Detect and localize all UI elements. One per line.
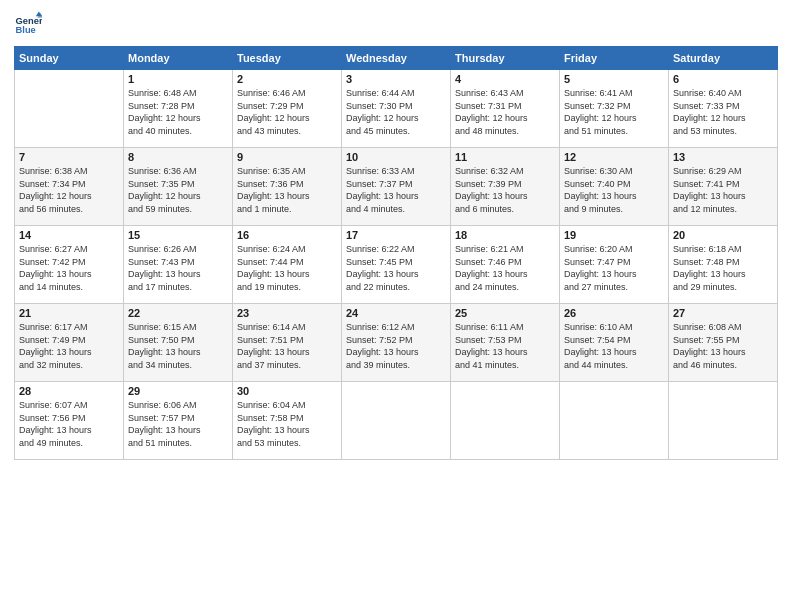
day-number: 17 bbox=[346, 229, 446, 241]
calendar-cell: 23Sunrise: 6:14 AM Sunset: 7:51 PM Dayli… bbox=[233, 304, 342, 382]
cell-content: 5Sunrise: 6:41 AM Sunset: 7:32 PM Daylig… bbox=[564, 73, 664, 137]
cell-content: 27Sunrise: 6:08 AM Sunset: 7:55 PM Dayli… bbox=[673, 307, 773, 371]
col-header-tuesday: Tuesday bbox=[233, 47, 342, 70]
calendar-cell bbox=[451, 382, 560, 460]
cell-content: 14Sunrise: 6:27 AM Sunset: 7:42 PM Dayli… bbox=[19, 229, 119, 293]
cell-content: 26Sunrise: 6:10 AM Sunset: 7:54 PM Dayli… bbox=[564, 307, 664, 371]
day-number: 30 bbox=[237, 385, 337, 397]
cell-content: 17Sunrise: 6:22 AM Sunset: 7:45 PM Dayli… bbox=[346, 229, 446, 293]
calendar-cell: 24Sunrise: 6:12 AM Sunset: 7:52 PM Dayli… bbox=[342, 304, 451, 382]
week-row-1: 1Sunrise: 6:48 AM Sunset: 7:28 PM Daylig… bbox=[15, 70, 778, 148]
calendar-cell: 14Sunrise: 6:27 AM Sunset: 7:42 PM Dayli… bbox=[15, 226, 124, 304]
cell-content: 22Sunrise: 6:15 AM Sunset: 7:50 PM Dayli… bbox=[128, 307, 228, 371]
calendar-cell: 4Sunrise: 6:43 AM Sunset: 7:31 PM Daylig… bbox=[451, 70, 560, 148]
col-header-friday: Friday bbox=[560, 47, 669, 70]
day-number: 8 bbox=[128, 151, 228, 163]
page-header: General Blue bbox=[14, 10, 778, 38]
calendar-cell: 18Sunrise: 6:21 AM Sunset: 7:46 PM Dayli… bbox=[451, 226, 560, 304]
cell-info: Sunrise: 6:40 AM Sunset: 7:33 PM Dayligh… bbox=[673, 87, 773, 137]
day-number: 20 bbox=[673, 229, 773, 241]
day-number: 28 bbox=[19, 385, 119, 397]
col-header-wednesday: Wednesday bbox=[342, 47, 451, 70]
day-number: 5 bbox=[564, 73, 664, 85]
calendar-cell: 3Sunrise: 6:44 AM Sunset: 7:30 PM Daylig… bbox=[342, 70, 451, 148]
cell-info: Sunrise: 6:15 AM Sunset: 7:50 PM Dayligh… bbox=[128, 321, 228, 371]
cell-content: 7Sunrise: 6:38 AM Sunset: 7:34 PM Daylig… bbox=[19, 151, 119, 215]
calendar-cell: 9Sunrise: 6:35 AM Sunset: 7:36 PM Daylig… bbox=[233, 148, 342, 226]
cell-content: 30Sunrise: 6:04 AM Sunset: 7:58 PM Dayli… bbox=[237, 385, 337, 449]
day-number: 7 bbox=[19, 151, 119, 163]
cell-content: 6Sunrise: 6:40 AM Sunset: 7:33 PM Daylig… bbox=[673, 73, 773, 137]
day-number: 23 bbox=[237, 307, 337, 319]
week-row-2: 7Sunrise: 6:38 AM Sunset: 7:34 PM Daylig… bbox=[15, 148, 778, 226]
week-row-3: 14Sunrise: 6:27 AM Sunset: 7:42 PM Dayli… bbox=[15, 226, 778, 304]
day-number: 16 bbox=[237, 229, 337, 241]
cell-content: 19Sunrise: 6:20 AM Sunset: 7:47 PM Dayli… bbox=[564, 229, 664, 293]
cell-content: 8Sunrise: 6:36 AM Sunset: 7:35 PM Daylig… bbox=[128, 151, 228, 215]
cell-content: 3Sunrise: 6:44 AM Sunset: 7:30 PM Daylig… bbox=[346, 73, 446, 137]
svg-text:Blue: Blue bbox=[16, 25, 36, 35]
day-number: 2 bbox=[237, 73, 337, 85]
cell-content: 15Sunrise: 6:26 AM Sunset: 7:43 PM Dayli… bbox=[128, 229, 228, 293]
cell-content: 4Sunrise: 6:43 AM Sunset: 7:31 PM Daylig… bbox=[455, 73, 555, 137]
cell-info: Sunrise: 6:14 AM Sunset: 7:51 PM Dayligh… bbox=[237, 321, 337, 371]
cell-content: 24Sunrise: 6:12 AM Sunset: 7:52 PM Dayli… bbox=[346, 307, 446, 371]
calendar-cell: 15Sunrise: 6:26 AM Sunset: 7:43 PM Dayli… bbox=[124, 226, 233, 304]
cell-content: 13Sunrise: 6:29 AM Sunset: 7:41 PM Dayli… bbox=[673, 151, 773, 215]
calendar-cell: 6Sunrise: 6:40 AM Sunset: 7:33 PM Daylig… bbox=[669, 70, 778, 148]
calendar-cell bbox=[560, 382, 669, 460]
cell-info: Sunrise: 6:04 AM Sunset: 7:58 PM Dayligh… bbox=[237, 399, 337, 449]
day-number: 29 bbox=[128, 385, 228, 397]
calendar-cell: 27Sunrise: 6:08 AM Sunset: 7:55 PM Dayli… bbox=[669, 304, 778, 382]
cell-info: Sunrise: 6:11 AM Sunset: 7:53 PM Dayligh… bbox=[455, 321, 555, 371]
cell-info: Sunrise: 6:18 AM Sunset: 7:48 PM Dayligh… bbox=[673, 243, 773, 293]
calendar-cell: 25Sunrise: 6:11 AM Sunset: 7:53 PM Dayli… bbox=[451, 304, 560, 382]
cell-info: Sunrise: 6:41 AM Sunset: 7:32 PM Dayligh… bbox=[564, 87, 664, 137]
calendar-cell: 28Sunrise: 6:07 AM Sunset: 7:56 PM Dayli… bbox=[15, 382, 124, 460]
cell-content: 1Sunrise: 6:48 AM Sunset: 7:28 PM Daylig… bbox=[128, 73, 228, 137]
day-number: 13 bbox=[673, 151, 773, 163]
cell-content: 12Sunrise: 6:30 AM Sunset: 7:40 PM Dayli… bbox=[564, 151, 664, 215]
logo: General Blue bbox=[14, 10, 46, 38]
cell-content: 9Sunrise: 6:35 AM Sunset: 7:36 PM Daylig… bbox=[237, 151, 337, 215]
logo-icon: General Blue bbox=[14, 10, 42, 38]
cell-content: 21Sunrise: 6:17 AM Sunset: 7:49 PM Dayli… bbox=[19, 307, 119, 371]
calendar-cell: 16Sunrise: 6:24 AM Sunset: 7:44 PM Dayli… bbox=[233, 226, 342, 304]
cell-info: Sunrise: 6:48 AM Sunset: 7:28 PM Dayligh… bbox=[128, 87, 228, 137]
day-number: 3 bbox=[346, 73, 446, 85]
calendar-cell: 5Sunrise: 6:41 AM Sunset: 7:32 PM Daylig… bbox=[560, 70, 669, 148]
day-number: 10 bbox=[346, 151, 446, 163]
calendar-table: SundayMondayTuesdayWednesdayThursdayFrid… bbox=[14, 46, 778, 460]
calendar-cell: 8Sunrise: 6:36 AM Sunset: 7:35 PM Daylig… bbox=[124, 148, 233, 226]
cell-info: Sunrise: 6:30 AM Sunset: 7:40 PM Dayligh… bbox=[564, 165, 664, 215]
col-header-sunday: Sunday bbox=[15, 47, 124, 70]
day-number: 22 bbox=[128, 307, 228, 319]
cell-info: Sunrise: 6:12 AM Sunset: 7:52 PM Dayligh… bbox=[346, 321, 446, 371]
calendar-cell: 12Sunrise: 6:30 AM Sunset: 7:40 PM Dayli… bbox=[560, 148, 669, 226]
cell-content: 16Sunrise: 6:24 AM Sunset: 7:44 PM Dayli… bbox=[237, 229, 337, 293]
day-number: 26 bbox=[564, 307, 664, 319]
col-header-saturday: Saturday bbox=[669, 47, 778, 70]
calendar-cell: 10Sunrise: 6:33 AM Sunset: 7:37 PM Dayli… bbox=[342, 148, 451, 226]
cell-info: Sunrise: 6:38 AM Sunset: 7:34 PM Dayligh… bbox=[19, 165, 119, 215]
calendar-cell: 13Sunrise: 6:29 AM Sunset: 7:41 PM Dayli… bbox=[669, 148, 778, 226]
cell-content: 29Sunrise: 6:06 AM Sunset: 7:57 PM Dayli… bbox=[128, 385, 228, 449]
calendar-cell: 19Sunrise: 6:20 AM Sunset: 7:47 PM Dayli… bbox=[560, 226, 669, 304]
day-number: 11 bbox=[455, 151, 555, 163]
cell-info: Sunrise: 6:24 AM Sunset: 7:44 PM Dayligh… bbox=[237, 243, 337, 293]
cell-content: 20Sunrise: 6:18 AM Sunset: 7:48 PM Dayli… bbox=[673, 229, 773, 293]
calendar-cell: 11Sunrise: 6:32 AM Sunset: 7:39 PM Dayli… bbox=[451, 148, 560, 226]
cell-info: Sunrise: 6:20 AM Sunset: 7:47 PM Dayligh… bbox=[564, 243, 664, 293]
calendar-cell: 17Sunrise: 6:22 AM Sunset: 7:45 PM Dayli… bbox=[342, 226, 451, 304]
calendar-cell: 22Sunrise: 6:15 AM Sunset: 7:50 PM Dayli… bbox=[124, 304, 233, 382]
calendar-cell bbox=[15, 70, 124, 148]
cell-info: Sunrise: 6:46 AM Sunset: 7:29 PM Dayligh… bbox=[237, 87, 337, 137]
cell-content: 2Sunrise: 6:46 AM Sunset: 7:29 PM Daylig… bbox=[237, 73, 337, 137]
calendar-cell bbox=[669, 382, 778, 460]
cell-info: Sunrise: 6:10 AM Sunset: 7:54 PM Dayligh… bbox=[564, 321, 664, 371]
day-number: 18 bbox=[455, 229, 555, 241]
col-header-monday: Monday bbox=[124, 47, 233, 70]
cell-info: Sunrise: 6:29 AM Sunset: 7:41 PM Dayligh… bbox=[673, 165, 773, 215]
day-number: 9 bbox=[237, 151, 337, 163]
day-number: 21 bbox=[19, 307, 119, 319]
